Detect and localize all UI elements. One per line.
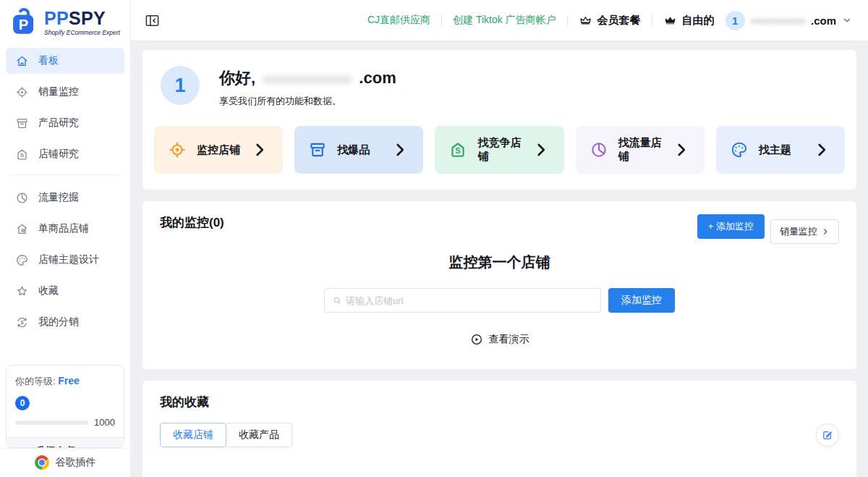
archive-box-icon	[308, 140, 327, 159]
pie-chart-icon	[15, 191, 29, 205]
brand-name-secondary: SPY	[69, 8, 106, 28]
svg-text:P: P	[19, 17, 28, 33]
monitor-empty-state: 监控第一个店铺 添加监控 查看演示	[160, 253, 839, 349]
sidebar-item-favorites[interactable]: 收藏	[6, 278, 124, 304]
sales-monitor-link-button[interactable]: 销量监控	[770, 219, 839, 244]
home-icon	[15, 54, 29, 68]
quick-action-label: 找爆品	[337, 143, 370, 157]
greeting-title: 你好, ●●●●●●●●●●●● .com	[219, 67, 396, 89]
quick-action-find-competitors[interactable]: S 找竞争店铺	[435, 126, 563, 174]
main-content: 1 你好, ●●●●●●●●●●●● .com 享受我们所有的功能和数据。 监控…	[131, 41, 868, 477]
level-card: 你的等级: Free 0 1000 升级套餐	[6, 365, 124, 448]
sidebar: P PPSPY Shopify ECommerce Expert 看板 销量监控…	[0, 0, 131, 477]
my-monitor-panel: 我的监控(0) + 添加监控 销量监控 监控第一个店铺	[142, 201, 856, 369]
cj-supplier-link[interactable]: CJ直邮供应商	[367, 14, 430, 27]
sidebar-item-my-distribution[interactable]: $ 我的分销	[6, 309, 124, 335]
chevron-right-icon	[812, 140, 831, 159]
sidebar-collapse-button[interactable]	[144, 12, 161, 29]
add-monitor-button[interactable]: + 添加监控	[697, 214, 765, 239]
sidebar-item-store-research[interactable]: S 店铺研究	[6, 141, 124, 167]
upgrade-plan-button[interactable]: 升级套餐	[7, 437, 124, 448]
tab-favorite-products[interactable]: 收藏产品	[226, 423, 292, 447]
welcome-panel: 1 你好, ●●●●●●●●●●●● .com 享受我们所有的功能和数据。 监控…	[142, 50, 856, 190]
store-s-icon: S	[448, 140, 467, 159]
avatar: 1	[726, 11, 745, 30]
brand-tagline: Shopify ECommerce Expert	[44, 30, 120, 36]
quick-action-find-themes[interactable]: 找主题	[716, 126, 845, 174]
favorites-tabs: 收藏店铺 收藏产品	[160, 423, 292, 447]
email-suffix: .com	[811, 14, 836, 27]
sidebar-item-dashboard[interactable]: 看板	[6, 48, 124, 74]
store-url-input[interactable]	[346, 295, 593, 306]
sidebar-item-traffic-mining[interactable]: 流量挖掘	[6, 185, 124, 211]
quick-action-label: 找流量店铺	[618, 136, 672, 164]
my-favorites-heading: 我的收藏	[160, 394, 839, 410]
greeting-subtitle: 享受我们所有的功能和数据。	[219, 95, 396, 108]
chevron-right-icon	[821, 227, 830, 236]
quick-action-find-hot-products[interactable]: 找爆品	[294, 126, 423, 174]
app-window: P PPSPY Shopify ECommerce Expert 看板 销量监控…	[0, 0, 868, 477]
palette-icon	[15, 253, 29, 267]
level-max: 1000	[94, 417, 115, 428]
level-value: Free	[58, 375, 80, 387]
sidebar-item-label: 单商品店铺	[38, 222, 89, 235]
svg-text:S: S	[456, 146, 461, 155]
sidebar-item-product-research[interactable]: 产品研究	[6, 110, 124, 136]
brand-name: PPSPY	[44, 9, 120, 28]
google-plugin-button[interactable]: 谷歌插件	[0, 448, 130, 477]
sales-monitor-label: 销量监控	[780, 225, 817, 238]
house-item-icon	[15, 222, 29, 236]
divider	[567, 15, 568, 25]
level-progress: 1000	[15, 417, 115, 428]
sidebar-item-label: 收藏	[38, 284, 59, 297]
archive-box-icon	[15, 117, 29, 130]
add-monitor-submit-button[interactable]: 添加监控	[608, 288, 675, 313]
divider	[652, 15, 652, 25]
level-label-line: 你的等级: Free	[15, 375, 115, 388]
play-circle-icon	[470, 333, 483, 346]
topbar-links: CJ直邮供应商 创建 Tiktok 广告商帐户 会员套餐 自由的 1 ●●●●●…	[367, 11, 852, 30]
sidebar-item-theme-design[interactable]: 店铺主题设计	[6, 247, 124, 273]
my-monitor-heading: 我的监控(0)	[160, 214, 224, 231]
search-icon	[332, 295, 342, 305]
store-s-icon: S	[15, 148, 29, 161]
tab-favorite-stores[interactable]: 收藏店铺	[160, 423, 226, 447]
level-label: 你的等级:	[15, 376, 56, 387]
crown-filled-icon	[663, 14, 677, 28]
quick-action-find-traffic-stores[interactable]: 找流量店铺	[576, 126, 705, 174]
current-plan-button[interactable]: 自由的	[663, 14, 715, 28]
quick-actions-row: 监控店铺 找爆品 S 找竞争店铺 找流量店	[154, 126, 845, 174]
chevron-down-icon	[842, 15, 852, 25]
edit-square-icon	[822, 429, 833, 441]
edit-favorites-button[interactable]	[816, 423, 839, 447]
target-icon	[15, 85, 29, 99]
level-current-badge: 0	[15, 396, 30, 410]
membership-plans-button[interactable]: 会员套餐	[579, 14, 641, 28]
palette-icon	[730, 140, 749, 159]
quick-action-label: 找竞争店铺	[477, 136, 531, 164]
watch-demo-button[interactable]: 查看演示	[470, 333, 529, 346]
quick-action-monitor-store[interactable]: 监控店铺	[154, 126, 283, 174]
sidebar-menu: 看板 销量监控 产品研究 S 店铺研究 流量挖掘 单商品店铺	[0, 38, 130, 340]
sidebar-item-label: 流量挖掘	[38, 191, 79, 204]
chevron-right-icon	[250, 140, 269, 159]
sidebar-item-single-product-store[interactable]: 单商品店铺	[6, 216, 124, 242]
greeting-hello: 你好,	[219, 67, 255, 89]
chevron-right-icon	[391, 140, 409, 159]
svg-text:S: S	[20, 151, 24, 158]
brand-logo[interactable]: P PPSPY Shopify ECommerce Expert	[0, 0, 130, 38]
empty-state-title: 监控第一个店铺	[160, 253, 839, 272]
membership-label: 会员套餐	[597, 14, 641, 28]
email-redacted: ●●●●●●●●●●●	[751, 15, 805, 26]
quick-action-label: 监控店铺	[197, 143, 240, 157]
account-menu[interactable]: 1 ●●●●●●●●●●● .com	[726, 11, 852, 30]
quick-action-label: 找主题	[759, 143, 791, 157]
sidebar-item-label: 看板	[38, 54, 59, 67]
google-plugin-label: 谷歌插件	[56, 456, 96, 469]
brand-text: PPSPY Shopify ECommerce Expert	[44, 9, 120, 36]
tiktok-ads-link[interactable]: 创建 Tiktok 广告商帐户	[453, 14, 556, 27]
greeting-email-redacted: ●●●●●●●●●●●●	[263, 72, 352, 87]
target-icon	[168, 140, 187, 159]
crown-outline-icon	[579, 14, 592, 28]
sidebar-item-sales-monitor[interactable]: 销量监控	[6, 79, 124, 105]
